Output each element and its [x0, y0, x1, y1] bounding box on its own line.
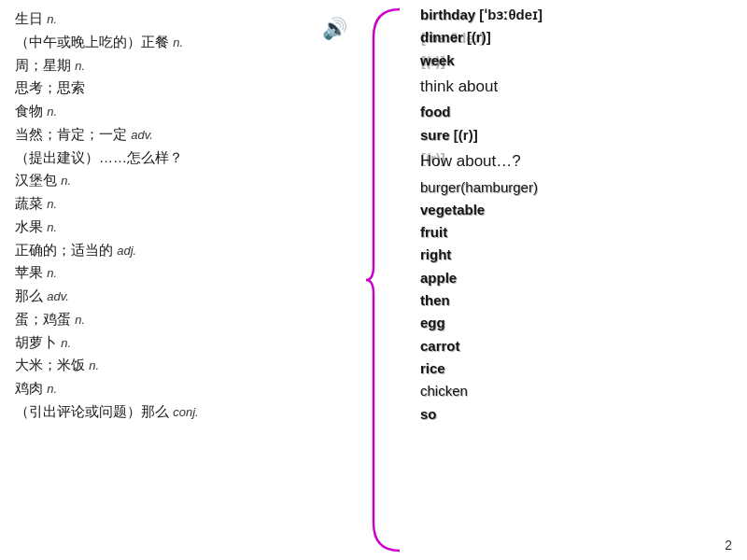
- left-text-8: 汉堡包: [15, 172, 61, 188]
- right-entry-12: apple apple: [420, 267, 738, 289]
- entry-text-13: then then: [420, 289, 450, 312]
- right-entry-16: rice rice: [420, 357, 738, 380]
- left-text-9: 蔬菜: [15, 195, 47, 211]
- left-row-4: 思考；思索: [15, 77, 355, 100]
- left-pos-18: conj.: [173, 405, 198, 419]
- left-pos-10: n.: [47, 220, 57, 234]
- right-entry-11: right right: [420, 244, 738, 266]
- left-text-6: 当然；肯定；一定: [15, 126, 131, 142]
- left-row-10: 水果 n.: [15, 216, 355, 239]
- left-text-7: （提出建议）……怎么样？: [15, 149, 183, 165]
- left-text-1: 生日: [15, 10, 47, 26]
- right-entry-15: carrot carrot: [420, 335, 738, 357]
- right-entry-6: sure [(r)] sure [(r)]: [420, 124, 738, 147]
- right-entry-2: dinner [(r)] dinner [(r)]: [420, 26, 738, 49]
- left-text-12: 苹果: [15, 264, 47, 280]
- entry-text-18: so so: [420, 403, 437, 426]
- entry-text-11: right right: [420, 244, 451, 266]
- left-row-8: 汉堡包 n.: [15, 169, 355, 192]
- right-entry-1: birthday [ˈbɜːθdeɪ] birthday [ˈbɜːθdeɪ]: [420, 4, 738, 26]
- right-entry-17: chicken chicken: [420, 380, 738, 402]
- left-pos-8: n.: [61, 174, 71, 188]
- left-pos-17: n.: [47, 382, 57, 396]
- left-pos-13: adv.: [47, 289, 69, 303]
- left-pos-12: n.: [47, 266, 57, 280]
- entry-text-12: apple apple: [420, 267, 457, 289]
- left-pos-9: n.: [47, 197, 57, 211]
- left-row-1: 生日 n.: [15, 7, 355, 31]
- left-pos-1: n.: [47, 12, 57, 26]
- left-pos-3: n.: [75, 59, 85, 73]
- left-row-6: 当然；肯定；一定 adv.: [15, 123, 355, 147]
- right-entry-13: then then: [420, 289, 738, 312]
- left-row-3: 周；星期 n.: [15, 54, 355, 77]
- left-text-17: 鸡肉: [15, 380, 47, 396]
- left-row-9: 蔬菜 n.: [15, 192, 355, 216]
- left-row-17: 鸡肉 n.: [15, 377, 355, 400]
- left-row-11: 正确的；适当的 adj.: [15, 239, 355, 262]
- right-entry-14: egg egg: [420, 312, 738, 334]
- entry-text-10: fruit fruit: [420, 221, 447, 244]
- left-text-15: 胡萝卜: [15, 334, 61, 350]
- left-text-16: 大米；米饭: [15, 357, 89, 372]
- right-entry-18: so so: [420, 403, 738, 426]
- left-text-4: 思考；思索: [15, 79, 85, 95]
- left-row-15: 胡萝卜 n.: [15, 331, 355, 355]
- entry-text-14: egg egg: [420, 312, 445, 334]
- left-row-16: 大米；米饭 n.: [15, 354, 355, 377]
- entry-text-16: rice rice: [420, 357, 445, 380]
- left-row-14: 蛋；鸡蛋 n.: [15, 308, 355, 331]
- right-entry-8: burger(hamburger) burger(hamburger): [420, 176, 738, 199]
- entry-text-15: carrot carrot: [420, 335, 460, 357]
- left-text-14: 蛋；鸡蛋: [15, 311, 75, 327]
- left-text-10: 水果: [15, 218, 47, 234]
- brace-svg: [364, 0, 411, 560]
- left-pos-15: n.: [61, 336, 71, 350]
- left-pos-16: n.: [89, 358, 99, 372]
- entry-text-9: vegetable vegetable: [420, 199, 485, 221]
- left-pos-6: adv.: [131, 128, 153, 142]
- right-entry-4: think about: [420, 72, 738, 102]
- left-text-11: 正确的；适当的: [15, 242, 117, 258]
- speaker-area[interactable]: 🔊: [322, 17, 347, 41]
- entry-text-8: burger(hamburger) burger(hamburger): [420, 176, 538, 199]
- left-row-2: （中午或晚上吃的）正餐 n.: [15, 31, 355, 54]
- left-text-5: 食物: [15, 103, 47, 119]
- left-text-13: 那么: [15, 287, 47, 303]
- right-column: birthday [ˈbɜːθdeɪ] birthday [ˈbɜːθdeɪ] …: [411, 0, 747, 560]
- entry-text-4: think about: [420, 77, 498, 95]
- entry-text-5: food food: [420, 101, 450, 123]
- left-row-13: 那么 adv.: [15, 285, 355, 308]
- left-pos-14: n.: [75, 313, 85, 327]
- left-pos-11: adj.: [117, 244, 136, 258]
- speaker-icon[interactable]: 🔊: [322, 17, 347, 40]
- main-container: 🔊 生日 n. （中午或晚上吃的）正餐 n. 周；星期 n. 思考；思索 食物 …: [0, 0, 747, 560]
- left-row-12: 苹果 n.: [15, 261, 355, 285]
- left-text-3: 周；星期: [15, 57, 75, 73]
- entry-text-17: chicken chicken: [420, 380, 468, 402]
- left-row-7: （提出建议）……怎么样？: [15, 147, 355, 170]
- left-column: 🔊 生日 n. （中午或晚上吃的）正餐 n. 周；星期 n. 思考；思索 食物 …: [0, 0, 364, 560]
- entry-text-3: week week: [420, 49, 455, 72]
- left-text-18: （引出评论或问题）那么: [15, 403, 173, 419]
- left-row-5: 食物 n.: [15, 100, 355, 123]
- entry-text-1: birthday [ˈbɜːθdeɪ] birthday [ˈbɜːθdeɪ]: [420, 4, 543, 26]
- brace-column: [364, 0, 411, 560]
- right-entry-10: fruit fruit: [420, 221, 738, 244]
- entry-text-6: sure [(r)] sure [(r)]: [420, 124, 478, 147]
- left-pos-2: n.: [173, 35, 183, 49]
- left-row-18: （引出评论或问题）那么 conj.: [15, 400, 355, 424]
- entry-text-2: dinner [(r)] dinner [(r)]: [420, 26, 491, 49]
- left-pos-5: n.: [47, 105, 57, 119]
- page-number: 2: [725, 538, 732, 553]
- right-entry-9: vegetable vegetable: [420, 199, 738, 221]
- left-text-2: （中午或晚上吃的）正餐: [15, 34, 173, 49]
- right-entry-5: food food: [420, 101, 738, 123]
